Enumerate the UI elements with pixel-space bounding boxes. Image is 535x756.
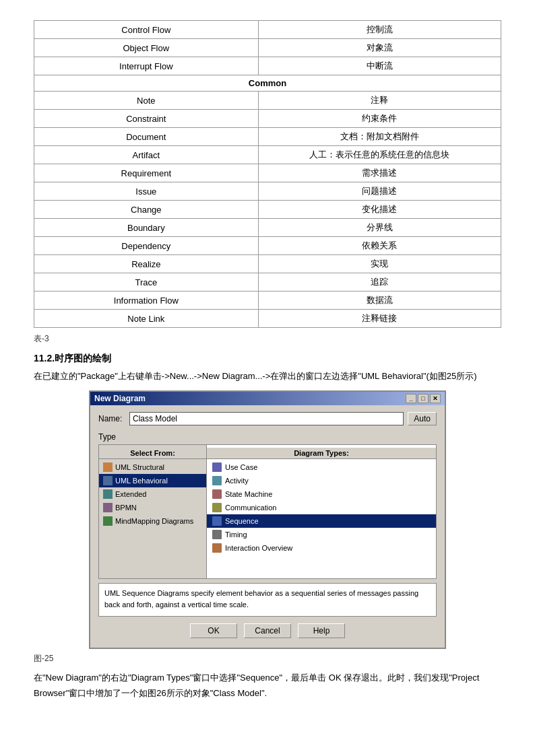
figure-caption: 图-25 (34, 653, 501, 664)
diagram-type-label: Timing (225, 530, 247, 539)
ok-button[interactable]: OK (190, 623, 237, 638)
table-cell-right: 依赖关系 (258, 237, 501, 255)
table-cell-right: 数据流 (258, 291, 501, 310)
svg-rect-1 (212, 476, 222, 485)
select-item-icon (103, 462, 113, 472)
table-cell-left: Constraint (34, 110, 259, 128)
select-item[interactable]: UML Behavioral (99, 474, 206, 487)
diagram-type-item[interactable]: Sequence (207, 514, 436, 528)
select-item[interactable]: BPMN (99, 501, 206, 514)
table-cell-left: Information Flow (34, 291, 259, 310)
table-cell-left: Trace (34, 273, 259, 291)
diagram-type-icon (212, 530, 222, 539)
new-diagram-dialog: New Diagram _ □ ✕ Name: Auto Type Select… (89, 390, 446, 649)
cancel-button[interactable]: Cancel (244, 623, 291, 638)
dialog-titlebar-buttons: _ □ ✕ (406, 394, 441, 403)
select-item-label: MindMapping Diagrams (115, 517, 193, 525)
dialog-body: Name: Auto Type Select From: UML Structu… (90, 405, 445, 648)
table-cell-right: 对象流 (258, 39, 501, 57)
diagram-type-icon (212, 489, 222, 499)
select-from-header: Select From: (99, 448, 206, 459)
table-cell-left: Note (34, 92, 259, 110)
diagram-type-item[interactable]: Communication (207, 501, 436, 514)
diagram-type-icon (212, 516, 222, 526)
table-caption: 表-3 (34, 333, 501, 345)
diagram-type-label: Communication (225, 504, 276, 512)
table-cell-left: Realize (34, 255, 259, 273)
table-cell-left: Dependency (34, 237, 259, 255)
diagram-type-item[interactable]: State Machine (207, 487, 436, 501)
dialog-description: UML Sequence Diagrams specify element be… (98, 583, 437, 617)
body-desc2: 在"New Diagram"的右边"Diagram Types"窗口中选择"Se… (34, 670, 501, 701)
table-cell-left: Issue (34, 182, 259, 201)
table-cell-left: Document (34, 128, 259, 146)
table-cell-left: Object Flow (34, 39, 259, 57)
table-cell-left: Artifact (34, 146, 259, 164)
table-cell-right: 需求描述 (258, 164, 501, 182)
table-cell-right: 追踪 (258, 273, 501, 291)
table-cell-left: Requirement (34, 164, 259, 182)
type-label: Type (98, 432, 437, 442)
diagram-type-label: Interaction Overview (225, 544, 292, 552)
dialog-title: New Diagram (94, 394, 146, 403)
diagram-type-item[interactable]: Use Case (207, 460, 436, 474)
diagram-type-icon (212, 476, 222, 485)
table-cell-right: 文档：附加文档附件 (258, 128, 501, 146)
svg-rect-5 (212, 530, 222, 539)
select-item-icon (103, 489, 113, 499)
table-cell-right: 中断流 (258, 57, 501, 75)
diagram-type-icon (212, 543, 222, 553)
table-cell-left: Interrupt Flow (34, 57, 259, 75)
select-item-icon (103, 476, 113, 485)
dialog-titlebar: New Diagram _ □ ✕ (90, 392, 445, 405)
diagram-type-label: Use Case (225, 463, 257, 471)
auto-button[interactable]: Auto (408, 412, 437, 425)
diagram-types-header: Diagram Types: (207, 448, 436, 459)
table-cell-right: 约束条件 (258, 110, 501, 128)
dialog-maximize-btn[interactable]: □ (418, 394, 429, 403)
dialog-close-btn[interactable]: ✕ (430, 394, 441, 403)
select-item[interactable]: Extended (99, 487, 206, 501)
name-input[interactable] (129, 412, 404, 425)
table-cell-left: Note Link (34, 310, 259, 328)
select-item[interactable]: UML Structural (99, 460, 206, 474)
table-cell-right: 注释 (258, 92, 501, 110)
svg-rect-3 (212, 503, 222, 512)
table-cell-left: Boundary (34, 219, 259, 237)
select-item-label: UML Structural (115, 463, 164, 471)
dialog-minimize-btn[interactable]: _ (406, 394, 416, 403)
diagram-type-icon (212, 503, 222, 512)
select-item-icon (103, 503, 113, 512)
table-cell-left: Change (34, 201, 259, 219)
select-item-icon (103, 516, 113, 526)
help-button[interactable]: Help (298, 623, 345, 638)
section-title: 11.2.时序图的绘制 (34, 353, 501, 365)
select-item-label: BPMN (115, 504, 137, 512)
diagram-type-label: Activity (225, 477, 249, 485)
table-cell-right: 实现 (258, 255, 501, 273)
select-item-label: UML Behavioral (115, 477, 168, 485)
table-cell-right: 注释链接 (258, 310, 501, 328)
flow-table: Control Flow控制流Object Flow对象流Interrupt F… (34, 20, 501, 328)
table-cell-right: 控制流 (258, 21, 501, 39)
diagram-type-item[interactable]: Interaction Overview (207, 541, 436, 555)
select-item[interactable]: MindMapping Diagrams (99, 514, 206, 528)
select-item-label: Extended (115, 490, 146, 498)
dialog-buttons: OK Cancel Help (98, 623, 437, 641)
svg-rect-6 (212, 543, 222, 553)
select-items-list: UML StructuralUML BehavioralExtendedBPMN… (99, 460, 206, 528)
table-header-row: Common (34, 75, 501, 92)
table-cell-right: 分界线 (258, 219, 501, 237)
diagram-type-item[interactable]: Activity (207, 474, 436, 487)
diagram-type-label: Sequence (225, 517, 259, 525)
svg-rect-2 (212, 489, 222, 499)
diagram-type-item[interactable]: Timing (207, 528, 436, 541)
name-row: Name: Auto (98, 412, 437, 425)
table-cell-right: 人工：表示任意的系统任意的信息块 (258, 146, 501, 164)
name-label: Name: (98, 414, 125, 423)
table-cell-right: 变化描述 (258, 201, 501, 219)
diagram-type-icon (212, 462, 222, 472)
section-desc1: 在已建立的"Package"上右键单击->New...->New Diagram… (34, 369, 501, 384)
diagram-type-label: State Machine (225, 490, 272, 498)
diagram-types-list: Use CaseActivityState MachineCommunicati… (207, 460, 436, 555)
